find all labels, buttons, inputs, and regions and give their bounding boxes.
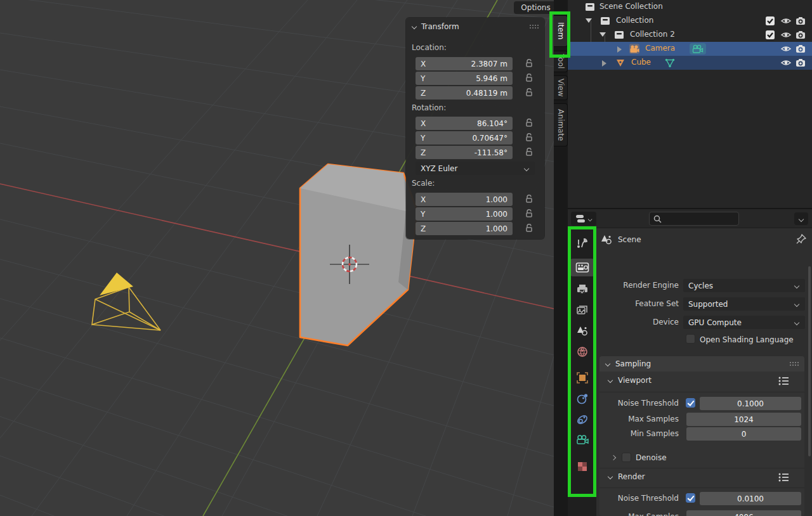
feature-set-dropdown[interactable]: Supported <box>683 297 805 311</box>
constraints-icon <box>576 413 589 426</box>
lock-icon[interactable] <box>524 223 535 234</box>
collapse-chevron-icon[interactable] <box>411 23 417 30</box>
disclosure-triangle-icon[interactable] <box>599 32 606 37</box>
render-max-samples-row: Max Samples 4096 <box>599 510 804 516</box>
camera-data-icon[interactable] <box>690 43 706 55</box>
panel-grip-icon[interactable] <box>789 361 799 367</box>
properties-search[interactable] <box>649 212 739 226</box>
cube-object <box>300 164 417 345</box>
render-noise-threshold-row: Noise Threshold 0.0100 <box>599 492 804 505</box>
tab-animate[interactable]: Animate <box>554 103 568 146</box>
location-x-field[interactable]: X 2.3807 m <box>416 57 513 70</box>
lock-icon[interactable] <box>524 87 535 98</box>
tab-view[interactable]: View <box>554 75 568 100</box>
tab-constraints-properties[interactable] <box>570 411 594 429</box>
device-dropdown[interactable]: GPU Compute <box>683 316 805 329</box>
3d-viewport[interactable]: Options Transform Location: X 2.3807 m Y… <box>0 0 554 516</box>
render-engine-dropdown[interactable]: Cycles <box>683 279 805 292</box>
tab-texture-properties[interactable] <box>570 458 594 475</box>
sampling-panel-header[interactable]: Sampling <box>599 356 804 371</box>
options-button[interactable]: Options <box>514 1 554 14</box>
tab-render-properties[interactable] <box>570 259 594 276</box>
presets-icon[interactable] <box>777 375 790 387</box>
tab-scene-properties[interactable] <box>570 322 594 340</box>
exclude-checkbox-icon[interactable] <box>764 15 776 27</box>
transform-panel-title: Transform <box>421 22 459 31</box>
scale-y-field[interactable]: Y 1.000 <box>416 207 513 221</box>
render-visibility-camera-icon[interactable] <box>795 15 806 27</box>
rotation-x-field[interactable]: X 86.104° <box>416 117 513 130</box>
viewport-max-samples-field[interactable]: 1024 <box>686 413 801 426</box>
outliner-row-cube[interactable]: Cube <box>568 56 812 70</box>
hide-eye-icon[interactable] <box>780 15 792 27</box>
noise-threshold-checkbox[interactable] <box>686 398 695 408</box>
render-subpanel-header[interactable]: Render <box>607 472 645 481</box>
tab-object-properties[interactable] <box>570 369 594 387</box>
chevron-down-icon <box>799 216 804 222</box>
collapse-chevron-icon <box>605 361 611 367</box>
exclude-checkbox-icon[interactable] <box>764 29 776 41</box>
rotation-z-field[interactable]: Z -111.58° <box>416 146 513 159</box>
lock-icon[interactable] <box>524 132 535 143</box>
hide-eye-icon[interactable] <box>780 29 792 41</box>
disclosure-triangle-icon[interactable] <box>602 60 606 67</box>
osl-checkbox[interactable] <box>686 334 695 344</box>
osl-row: Open Shading Language <box>596 333 812 347</box>
lock-icon[interactable] <box>524 72 535 84</box>
render-visibility-camera-icon[interactable] <box>795 43 806 55</box>
transform-panel: Transform Location: X 2.3807 m Y 5.946 m… <box>406 18 544 239</box>
disclosure-triangle-icon[interactable] <box>586 18 592 23</box>
render-icon <box>575 261 589 274</box>
tool-icon <box>576 237 589 250</box>
tab-output-properties[interactable] <box>570 280 594 298</box>
tab-world-properties[interactable] <box>570 343 594 361</box>
lock-icon[interactable] <box>524 208 535 219</box>
location-y-field[interactable]: Y 5.946 m <box>416 72 513 85</box>
noise-threshold-checkbox[interactable] <box>686 493 695 503</box>
editor-type-button[interactable] <box>571 212 596 226</box>
scale-z-field[interactable]: Z 1.000 <box>416 222 513 235</box>
properties-editor: Scene Render Engine Cycles Feature Set S… <box>568 209 812 516</box>
viewport-noise-threshold-field[interactable]: 0.1000 <box>700 397 801 410</box>
lock-icon[interactable] <box>524 58 535 69</box>
search-icon <box>653 215 662 223</box>
search-input[interactable] <box>665 214 731 224</box>
tab-item[interactable]: Item <box>554 15 568 47</box>
render-max-samples-field[interactable]: 4096 <box>686 510 801 516</box>
camera-object-icon <box>629 43 640 55</box>
denoise-checkbox[interactable] <box>622 453 631 462</box>
camera-object <box>92 273 160 330</box>
viewport-subpanel-header[interactable]: Viewport <box>607 376 652 385</box>
pin-icon[interactable] <box>796 233 807 245</box>
rotation-y-field[interactable]: Y 0.70647° <box>416 131 513 145</box>
denoise-row[interactable]: Denoise <box>611 453 667 462</box>
tab-tool[interactable]: Tool <box>554 51 568 72</box>
outliner-row-camera[interactable]: Camera <box>568 42 812 56</box>
header-options-button[interactable] <box>794 212 808 225</box>
panel-grip-icon[interactable] <box>529 23 539 30</box>
hide-eye-icon[interactable] <box>780 57 792 68</box>
render-noise-threshold-field[interactable]: 0.0100 <box>700 492 801 505</box>
lock-icon[interactable] <box>524 193 535 205</box>
tab-view-layer-properties[interactable] <box>570 301 594 319</box>
mesh-data-icon[interactable] <box>664 57 676 68</box>
outliner-row-scene-collection[interactable]: Scene Collection <box>568 0 812 14</box>
location-z-field[interactable]: Z 0.48119 m <box>416 86 513 100</box>
outliner-row-collection[interactable]: Collection <box>568 14 812 28</box>
rotation-mode-dropdown[interactable]: XYZ Euler <box>416 162 535 175</box>
render-visibility-camera-icon[interactable] <box>795 57 806 68</box>
properties-scrollbar[interactable] <box>808 266 811 456</box>
tab-physics-properties[interactable] <box>570 390 594 408</box>
lock-icon[interactable] <box>524 146 535 158</box>
presets-icon[interactable] <box>777 472 790 483</box>
tab-object-data-properties[interactable] <box>570 431 594 449</box>
disclosure-triangle-icon[interactable] <box>617 46 622 53</box>
lock-icon[interactable] <box>524 117 535 129</box>
tab-tool-properties[interactable] <box>570 235 594 252</box>
outliner-row-collection-2[interactable]: Collection 2 <box>568 28 812 42</box>
hide-eye-icon[interactable] <box>780 43 792 55</box>
world-icon <box>576 345 589 358</box>
scale-x-field[interactable]: X 1.000 <box>416 193 513 206</box>
viewport-min-samples-field[interactable]: 0 <box>686 427 801 441</box>
render-visibility-camera-icon[interactable] <box>795 29 806 41</box>
